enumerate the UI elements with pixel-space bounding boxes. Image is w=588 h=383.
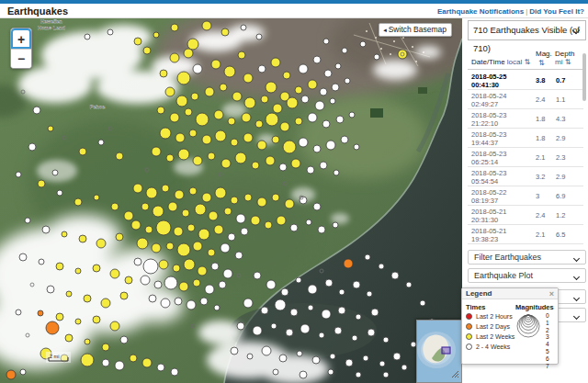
earthquake-row[interactable]: 2018-05-2321:22:101.84.3 [468, 109, 583, 129]
earthquake-marker[interactable] [345, 359, 353, 366]
sort-mag-icon[interactable]: ⇅ [538, 59, 545, 67]
earthquake-marker[interactable] [279, 355, 287, 362]
earthquake-marker[interactable] [195, 204, 206, 215]
zoom-out-button[interactable]: − [11, 49, 31, 68]
earthquake-marker[interactable] [175, 298, 182, 305]
earthquake-marker[interactable] [279, 163, 287, 171]
earthquake-row[interactable]: 2018-05-2500:41:303.80.7 [468, 71, 583, 90]
earthquake-marker[interactable] [334, 327, 342, 334]
earthquake-marker[interactable] [177, 243, 190, 256]
earthquake-marker[interactable] [266, 82, 277, 93]
earthquake-marker[interactable] [313, 145, 321, 152]
earthquake-marker[interactable] [243, 133, 253, 142]
earthquake-marker[interactable] [341, 136, 348, 143]
earthquake-marker[interactable] [175, 190, 184, 199]
earthquake-marker[interactable] [224, 66, 235, 77]
earthquake-marker[interactable] [110, 269, 119, 278]
earthquake-marker[interactable] [251, 216, 260, 225]
earthquake-marker[interactable] [281, 288, 288, 296]
earthquake-marker[interactable] [141, 276, 150, 285]
earthquake-marker[interactable] [237, 322, 244, 330]
earthquake-marker[interactable] [326, 141, 335, 150]
earthquake-marker[interactable] [363, 355, 368, 361]
earthquake-marker[interactable] [273, 369, 278, 375]
earthquake-row[interactable]: 2018-05-2120:31:302.41.2 [468, 206, 583, 225]
earthquake-marker[interactable] [215, 187, 226, 198]
earthquake-marker[interactable] [219, 281, 226, 288]
earthquake-marker[interactable] [301, 96, 309, 103]
earthquake-marker[interactable] [33, 107, 40, 114]
earthquake-marker[interactable] [332, 84, 339, 91]
earthquake-marker[interactable] [325, 279, 333, 287]
earthquake-list-header[interactable]: 710 Earthquakes Visible (of 710) [468, 20, 586, 40]
earthquake-marker[interactable] [142, 358, 152, 367]
earthquake-marker[interactable] [130, 355, 137, 362]
earthquake-marker[interactable] [52, 170, 58, 175]
earthquake-marker[interactable] [65, 334, 73, 342]
earthquake-marker[interactable] [170, 53, 179, 62]
legend-close-icon[interactable]: × [549, 288, 554, 299]
earthquake-marker[interactable] [333, 222, 338, 228]
earthquake-marker[interactable] [235, 252, 243, 259]
earthquake-marker[interactable] [200, 298, 208, 305]
earthquake-marker[interactable] [241, 228, 248, 235]
earthquake-marker[interactable] [157, 107, 164, 114]
earthquake-marker[interactable] [231, 139, 238, 146]
earthquake-marker[interactable] [345, 78, 350, 84]
earthquake-marker[interactable] [308, 285, 317, 294]
zoom-in-button[interactable]: + [11, 28, 31, 49]
earthquake-marker[interactable] [134, 258, 141, 265]
earthquake-marker[interactable] [116, 233, 123, 241]
earthquake-marker[interactable] [336, 116, 344, 123]
earthquake-marker[interactable] [334, 170, 339, 175]
earthquake-marker[interactable] [241, 25, 246, 30]
earthquake-marker[interactable] [171, 368, 178, 376]
earthquake-marker[interactable] [102, 359, 109, 366]
earthquake-marker[interactable] [285, 199, 294, 208]
earthquake-marker[interactable] [198, 266, 207, 276]
earthquake-marker[interactable] [166, 154, 174, 162]
earthquake-marker[interactable] [93, 265, 100, 272]
earthquake-row[interactable]: 2018-05-2402:49:272.41.1 [468, 90, 583, 109]
earthquake-marker[interactable] [191, 93, 198, 100]
earthquake-plot-panel[interactable]: Earthquake Plot [468, 268, 586, 283]
earthquake-marker[interactable] [176, 96, 187, 107]
earthquake-marker[interactable] [224, 208, 232, 215]
earthquake-marker[interactable] [266, 113, 278, 126]
earthquake-marker[interactable] [162, 185, 169, 192]
earthquake-marker[interactable] [312, 356, 320, 364]
earthquake-marker[interactable] [290, 224, 298, 231]
earthquake-marker[interactable] [42, 226, 50, 233]
earthquake-marker[interactable] [84, 295, 91, 302]
earthquake-row[interactable]: 2018-05-2306:25:142.12.3 [468, 148, 583, 167]
earthquake-marker[interactable] [202, 21, 211, 30]
earthquake-marker[interactable] [236, 214, 245, 223]
earthquake-marker[interactable] [272, 194, 279, 201]
earthquake-marker[interactable] [235, 152, 246, 163]
earthquake-marker[interactable] [189, 187, 197, 195]
earthquake-marker[interactable] [81, 354, 94, 366]
earthquake-marker[interactable] [319, 332, 324, 338]
earthquake-marker[interactable] [149, 295, 156, 302]
earthquake-marker[interactable] [371, 309, 379, 316]
earthquake-marker[interactable] [308, 113, 317, 122]
earthquake-marker[interactable] [46, 321, 59, 334]
earthquake-marker[interactable] [300, 371, 307, 378]
earthquake-marker[interactable] [231, 347, 238, 355]
earthquake-marker[interactable] [420, 300, 425, 306]
earthquake-marker[interactable] [238, 51, 245, 59]
earthquake-marker[interactable] [252, 162, 259, 169]
earthquake-marker[interactable] [318, 226, 325, 233]
earthquake-marker[interactable] [193, 242, 202, 251]
earthquake-marker[interactable] [164, 276, 177, 289]
earthquake-marker[interactable] [6, 370, 16, 379]
earthquake-marker[interactable] [28, 143, 36, 151]
earthquake-marker[interactable] [93, 316, 100, 323]
earthquake-marker[interactable] [120, 292, 128, 299]
earthquake-marker[interactable] [286, 329, 293, 336]
earthquake-marker[interactable] [290, 309, 298, 316]
earthquake-marker[interactable] [335, 63, 341, 69]
earthquake-marker[interactable] [266, 156, 275, 165]
earthquake-notifications-link[interactable]: Earthquake Notifications [437, 7, 524, 16]
earthquake-marker[interactable] [74, 198, 82, 206]
